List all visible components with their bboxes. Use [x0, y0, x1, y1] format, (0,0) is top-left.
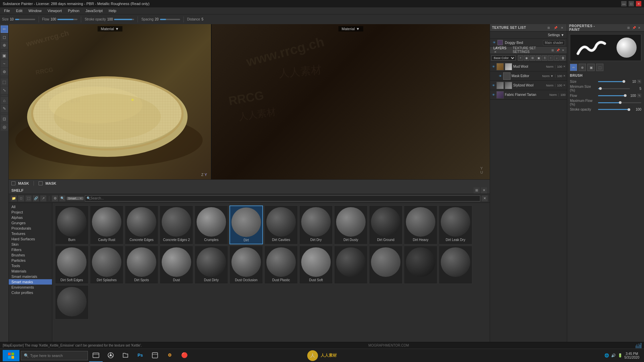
- shelf-item-item21[interactable]: [334, 246, 368, 284]
- viewport-2d-material-dropdown[interactable]: Material ▼: [338, 26, 363, 32]
- taskbar-browser2[interactable]: [148, 349, 162, 362]
- shelf-item-item25[interactable]: [55, 285, 89, 319]
- shelf-item-dirt-dry[interactable]: Dirt Dry: [299, 205, 333, 244]
- layer-delete-mask-editor[interactable]: ✕: [563, 74, 566, 77]
- close-button[interactable]: ✕: [636, 1, 641, 6]
- smudge-tool[interactable]: ~: [1, 60, 8, 67]
- move-up-btn[interactable]: ↑: [548, 55, 553, 61]
- annotation-tool[interactable]: ✎: [1, 105, 8, 112]
- shelf-cat-grunges[interactable]: Grunges: [9, 220, 52, 226]
- taskbar-app5[interactable]: ⚙: [163, 349, 176, 362]
- shelf-cat-tools[interactable]: Tools: [9, 263, 52, 268]
- layers-tab-close[interactable]: ✕: [494, 50, 497, 54]
- shelf-item-burn[interactable]: Burn: [55, 205, 89, 244]
- layer-mask-editor[interactable]: 👁 Mask Editor Norm ▼ 100 ✕: [490, 71, 567, 81]
- shelf-link-btn[interactable]: 🔗: [33, 195, 39, 201]
- shelf-item-concrete-edges[interactable]: Concrete Edges: [125, 205, 158, 244]
- shelf-folder-btn[interactable]: 📁: [11, 195, 17, 201]
- taskbar-chrome[interactable]: [104, 349, 117, 362]
- shelf-cat-environments[interactable]: Environments: [9, 285, 52, 290]
- shelf-cat-project[interactable]: Project: [9, 209, 52, 215]
- shelf-cat-procedurals[interactable]: Procedurals: [9, 226, 52, 231]
- shelf-cat-textures[interactable]: Textures: [9, 231, 52, 236]
- shelf-item-item23[interactable]: [404, 246, 437, 284]
- filter-remove-btn[interactable]: ✕: [79, 197, 82, 200]
- brush-pattern-tab[interactable]: ▣: [587, 64, 595, 71]
- shelf-filter-btn[interactable]: ⚙: [52, 195, 58, 201]
- brush-stencil-tab[interactable]: ⬚: [596, 64, 603, 71]
- shelf-item-dirt-ground[interactable]: Dirt Ground: [369, 205, 402, 244]
- tray-volume[interactable]: 🔊: [611, 353, 616, 358]
- size-edit-btn[interactable]: ✎: [637, 79, 641, 83]
- shelf-item-dust[interactable]: Dust: [160, 246, 193, 284]
- mask-left-checkbox[interactable]: [11, 181, 15, 185]
- shelf-item-dirt-heavy[interactable]: Dirt Heavy: [404, 205, 437, 244]
- transform-tool[interactable]: ⤡: [1, 86, 8, 94]
- mask-right-checkbox[interactable]: [39, 181, 43, 185]
- viewport-3d-material-dropdown[interactable]: Material ▼: [97, 26, 122, 32]
- shelf-item-dust-plastic[interactable]: Dust Plastic: [264, 246, 298, 284]
- maximize-button[interactable]: □: [629, 1, 634, 6]
- menu-javascript[interactable]: JavaScript: [83, 8, 105, 13]
- shelf-item-dirt-cavities[interactable]: Dirt Cavities: [264, 205, 298, 244]
- stroke-slider[interactable]: [114, 19, 134, 20]
- shelf-cat-skin[interactable]: Skin: [9, 242, 52, 247]
- shelf-search-btn[interactable]: 🔍: [59, 195, 65, 201]
- props-expand-btn[interactable]: ⊞: [626, 25, 631, 31]
- shelf-cat-particles[interactable]: Particles: [9, 258, 52, 263]
- menu-help[interactable]: Help: [106, 8, 119, 13]
- shelf-item-crumples[interactable]: Crumples: [195, 205, 228, 244]
- project-tool[interactable]: ⊕: [1, 42, 8, 49]
- display-mode-btn[interactable]: ⊡: [1, 115, 8, 123]
- shelf-cat-smart-masks[interactable]: Smart masks: [9, 279, 52, 285]
- layers-pin-btn[interactable]: 📌: [556, 48, 560, 53]
- flow-prop-slider[interactable]: [598, 95, 625, 96]
- add-group-btn[interactable]: ⊞: [530, 55, 535, 61]
- menu-viewport[interactable]: Viewport: [45, 8, 65, 13]
- channel-dropdown[interactable]: Base Color Roughness Metallic Normal: [491, 55, 516, 61]
- shelf-import-btn[interactable]: ⬚: [25, 195, 32, 201]
- tsl-expand-btn[interactable]: ⊞: [546, 25, 551, 31]
- shelf-item-cavity-rust[interactable]: Cavity Rust: [90, 205, 123, 244]
- shelf-new-btn[interactable]: □: [18, 195, 24, 201]
- shelf-cat-brushes[interactable]: Brushes: [9, 252, 52, 258]
- taskbar-files[interactable]: [119, 349, 132, 362]
- paint-tool[interactable]: ✏: [1, 25, 8, 33]
- shelf-cat-materials[interactable]: Materials: [9, 268, 52, 274]
- menu-window[interactable]: Window: [26, 8, 44, 13]
- camera-tool[interactable]: ◎: [1, 123, 8, 131]
- clone-tool[interactable]: ⊚: [1, 68, 8, 75]
- texture-set-item[interactable]: 👁 Doggy Bed Main shader: [490, 39, 567, 46]
- shelf-item-dirt[interactable]: Dirt: [229, 205, 263, 244]
- shelf-item-item22[interactable]: [369, 246, 402, 284]
- shelf-cat-alphas[interactable]: Alphas: [9, 215, 52, 220]
- search-input[interactable]: [91, 196, 479, 200]
- shelf-item-dirt-splashes[interactable]: Dirt Splashes: [90, 246, 123, 284]
- delete-layer-btn[interactable]: 🗑: [560, 55, 566, 61]
- shelf-item-dust-soft[interactable]: Dust Soft: [299, 246, 333, 284]
- layer-eye-mud-wool[interactable]: 👁: [491, 65, 495, 68]
- duplicate-btn[interactable]: ⎘: [542, 55, 547, 61]
- size-slider[interactable]: [15, 19, 35, 20]
- shelf-expand-btn[interactable]: ⊞: [474, 187, 480, 193]
- tsl-close-btn[interactable]: ✕: [559, 25, 565, 31]
- menu-file[interactable]: File: [1, 8, 13, 13]
- size-prop-slider[interactable]: [598, 81, 625, 82]
- taskbar-search[interactable]: 🔍 Type here to search: [21, 351, 88, 360]
- taskbar-explorer[interactable]: [89, 349, 103, 362]
- measure-tool[interactable]: ⌂: [1, 97, 8, 104]
- shelf-item-dirt-spots[interactable]: Dirt Spots: [125, 246, 158, 284]
- taskbar-photoshop[interactable]: Ps: [133, 349, 147, 362]
- max-flow-prop-slider[interactable]: [598, 102, 641, 103]
- brush-paint-tab[interactable]: ✏: [570, 64, 577, 71]
- search-container[interactable]: 🔍: [85, 195, 480, 201]
- add-layer-btn[interactable]: +: [518, 55, 523, 61]
- shelf-item-dust-occlusion[interactable]: Dust Occlusion: [229, 246, 263, 284]
- shelf-item-dirt-dusty[interactable]: Dirt Dusty: [334, 205, 368, 244]
- layer-mud-wool[interactable]: 👁 Mud Wool Norm 100 ✕: [490, 62, 567, 71]
- stroke-prop-slider[interactable]: [598, 109, 630, 110]
- layers-close-btn[interactable]: ✕: [561, 48, 566, 53]
- layers-tab[interactable]: LAYERS ✕: [491, 47, 510, 55]
- add-mask-btn[interactable]: ◉: [524, 55, 529, 61]
- viewport-3d[interactable]: ⊕ Z Y www.rrcg.ch RRCG 人人素材 Material ▼: [9, 24, 212, 179]
